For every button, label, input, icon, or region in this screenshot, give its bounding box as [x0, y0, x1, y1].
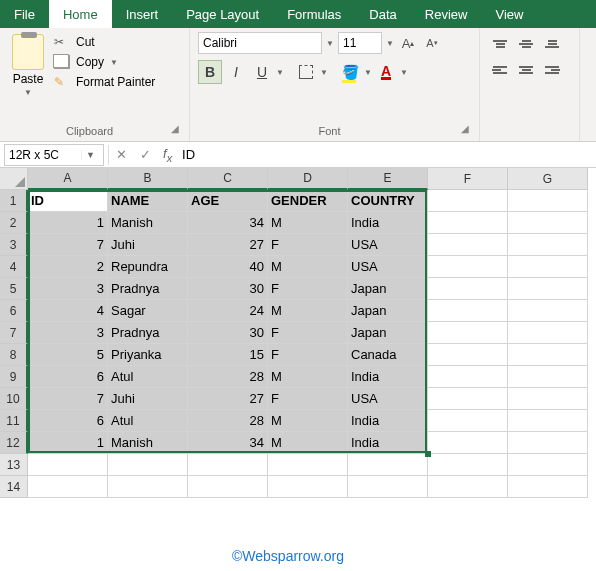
bold-button[interactable]: B — [198, 60, 222, 84]
align-left-button[interactable] — [488, 58, 512, 82]
row-header[interactable]: 3 — [0, 234, 28, 256]
cell[interactable]: USA — [348, 256, 428, 278]
cell[interactable] — [428, 212, 508, 234]
tab-formulas[interactable]: Formulas — [273, 0, 355, 28]
cell[interactable]: 28 — [188, 366, 268, 388]
cancel-formula-icon[interactable]: ✕ — [109, 147, 133, 162]
cell[interactable] — [428, 256, 508, 278]
cell[interactable] — [428, 278, 508, 300]
cell[interactable]: USA — [348, 234, 428, 256]
row-header[interactable]: 11 — [0, 410, 28, 432]
cell[interactable] — [428, 388, 508, 410]
fx-icon[interactable]: fx — [157, 146, 178, 164]
cell[interactable]: GENDER — [268, 190, 348, 212]
cell[interactable] — [428, 234, 508, 256]
cell[interactable] — [268, 476, 348, 498]
cell[interactable]: Japan — [348, 300, 428, 322]
row-header[interactable]: 12 — [0, 432, 28, 454]
font-launcher-icon[interactable]: ◢ — [461, 123, 471, 139]
cell[interactable]: 6 — [28, 366, 108, 388]
cell[interactable]: 27 — [188, 234, 268, 256]
cell[interactable] — [508, 190, 588, 212]
col-header[interactable]: A — [28, 168, 108, 190]
cell[interactable]: 2 — [28, 256, 108, 278]
paste-dropdown-icon[interactable]: ▼ — [24, 88, 32, 97]
row-header[interactable]: 13 — [0, 454, 28, 476]
cell[interactable]: M — [268, 300, 348, 322]
cell[interactable]: 15 — [188, 344, 268, 366]
cell[interactable] — [508, 366, 588, 388]
cell[interactable]: NAME — [108, 190, 188, 212]
cell[interactable]: Atul — [108, 366, 188, 388]
cell[interactable] — [508, 212, 588, 234]
font-name-dropdown-icon[interactable]: ▼ — [326, 39, 334, 48]
underline-dropdown-icon[interactable]: ▼ — [276, 68, 284, 77]
cell[interactable] — [428, 300, 508, 322]
col-header[interactable]: F — [428, 168, 508, 190]
cell[interactable] — [508, 388, 588, 410]
cell[interactable] — [428, 476, 508, 498]
cell[interactable] — [508, 344, 588, 366]
cell[interactable]: ID — [28, 190, 108, 212]
cell[interactable] — [508, 410, 588, 432]
cell[interactable]: Juhi — [108, 234, 188, 256]
cell[interactable]: F — [268, 322, 348, 344]
cell[interactable]: Japan — [348, 322, 428, 344]
name-box-input[interactable] — [5, 148, 81, 162]
cell[interactable] — [508, 454, 588, 476]
row-header[interactable]: 1 — [0, 190, 28, 212]
cell[interactable]: India — [348, 212, 428, 234]
enter-formula-icon[interactable]: ✓ — [133, 147, 157, 162]
tab-insert[interactable]: Insert — [112, 0, 173, 28]
fill-dropdown-icon[interactable]: ▼ — [364, 68, 372, 77]
row-header[interactable]: 9 — [0, 366, 28, 388]
cell[interactable]: India — [348, 432, 428, 454]
align-bottom-button[interactable] — [540, 32, 564, 56]
cell[interactable] — [348, 476, 428, 498]
cell[interactable]: 6 — [28, 410, 108, 432]
tab-file[interactable]: File — [0, 0, 49, 28]
cell[interactable] — [508, 256, 588, 278]
cell[interactable]: 34 — [188, 432, 268, 454]
align-middle-button[interactable] — [514, 32, 538, 56]
cell[interactable] — [428, 410, 508, 432]
cell[interactable] — [108, 454, 188, 476]
col-header[interactable]: E — [348, 168, 428, 190]
cell[interactable]: Pradnya — [108, 322, 188, 344]
name-box[interactable]: ▼ — [4, 144, 104, 166]
cell[interactable] — [508, 322, 588, 344]
cell[interactable]: M — [268, 256, 348, 278]
cell[interactable]: 1 — [28, 212, 108, 234]
format-painter-button[interactable]: ✎ Format Painter — [54, 74, 155, 90]
align-center-button[interactable] — [514, 58, 538, 82]
cell[interactable] — [428, 322, 508, 344]
cell[interactable] — [428, 190, 508, 212]
col-header[interactable]: C — [188, 168, 268, 190]
cell[interactable]: 27 — [188, 388, 268, 410]
increase-font-icon[interactable]: A▴ — [398, 33, 418, 53]
col-header[interactable]: G — [508, 168, 588, 190]
cell[interactable]: 3 — [28, 278, 108, 300]
cell[interactable]: F — [268, 234, 348, 256]
tab-review[interactable]: Review — [411, 0, 482, 28]
cell[interactable]: 7 — [28, 388, 108, 410]
cell[interactable]: Japan — [348, 278, 428, 300]
cell[interactable]: Sagar — [108, 300, 188, 322]
paste-button[interactable]: Paste ▼ — [8, 32, 48, 99]
row-header[interactable]: 4 — [0, 256, 28, 278]
row-header[interactable]: 5 — [0, 278, 28, 300]
cell[interactable]: 4 — [28, 300, 108, 322]
cell[interactable]: 7 — [28, 234, 108, 256]
cell[interactable]: M — [268, 410, 348, 432]
align-right-button[interactable] — [540, 58, 564, 82]
cell[interactable] — [188, 476, 268, 498]
cell[interactable]: 1 — [28, 432, 108, 454]
cell[interactable] — [28, 476, 108, 498]
cell[interactable] — [188, 454, 268, 476]
select-all-corner[interactable] — [0, 168, 28, 190]
cell[interactable]: M — [268, 212, 348, 234]
font-color-button[interactable]: A — [374, 60, 398, 84]
copy-dropdown-icon[interactable]: ▼ — [110, 58, 118, 67]
cell[interactable]: 28 — [188, 410, 268, 432]
fill-color-button[interactable]: 🪣 — [338, 60, 362, 84]
